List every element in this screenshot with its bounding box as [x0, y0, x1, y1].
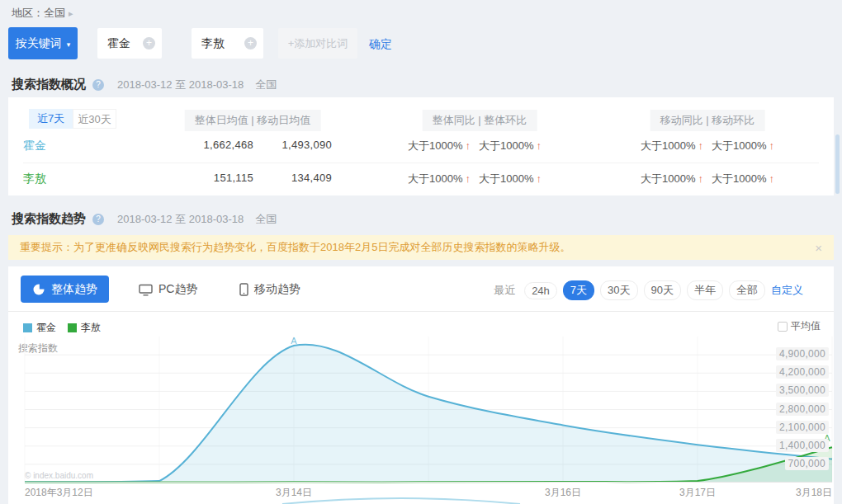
up-arrow-icon: ↑ — [466, 139, 471, 152]
watermark: © index.baidu.com — [25, 471, 93, 480]
chart-legend: 霍金 李敖 — [23, 321, 101, 335]
y-axis-tick: 4,200,000 — [776, 365, 829, 379]
x-axis-tick: 3月17日 — [679, 486, 716, 500]
range-30d[interactable]: 30天 — [600, 280, 637, 300]
mobile-daily-avg: 134,409 — [258, 172, 332, 184]
overall-daily-avg: 151,115 — [163, 172, 253, 184]
tab-label: PC趋势 — [158, 282, 197, 297]
range-all[interactable]: 全部 — [729, 280, 765, 300]
y-axis-tick: 700,000 — [785, 457, 829, 470]
mobile-phone-icon — [239, 283, 248, 296]
keyword-input-1[interactable]: 霍金 + — [97, 28, 162, 59]
keyword-mode-label: 按关键词 — [16, 36, 62, 49]
add-circle-icon[interactable]: + — [143, 37, 155, 49]
chevron-right-icon: ▸ — [69, 8, 73, 18]
trend-date-range: 2018-03-12 至 2018-03-18 — [117, 212, 244, 227]
keyword-mode-button[interactable]: 按关键词 ▾ — [8, 27, 78, 59]
up-arrow-icon: ↑ — [698, 139, 704, 152]
trend-section-header: 搜索指数趋势 ? 2018-03-12 至 2018-03-18 全国 — [12, 211, 277, 227]
x-axis-labels: 2018年3月12日3月14日3月16日3月17日3月18日 — [25, 486, 832, 497]
chevron-down-icon: ▾ — [67, 40, 71, 49]
overall-compare-cell: 大于1000%↑大于1000%↑ — [408, 172, 542, 186]
mobile-daily-avg: 1,493,090 — [258, 139, 332, 151]
range-custom[interactable]: 自定义 — [771, 281, 803, 299]
notice-banner: 重要提示：为了更准确反映网民搜索行为趋势变化，百度指数于2018年2月5日完成对… — [8, 235, 834, 260]
trend-title: 搜索指数趋势 — [12, 211, 86, 227]
y-axis-tick: 2,100,000 — [776, 421, 829, 434]
up-arrow-icon: ↑ — [769, 172, 774, 185]
tab-overall-trend[interactable]: 整体趋势 — [21, 276, 109, 303]
keyword-2-value: 李敖 — [201, 36, 225, 51]
tab-label: 整体趋势 — [51, 282, 97, 297]
overview-region: 全国 — [255, 78, 277, 92]
add-compare-button[interactable]: +添加对比词 — [278, 28, 357, 59]
column-header-daily-avg: 整体日均值 | 移动日均值 — [185, 110, 321, 131]
up-arrow-icon: ↑ — [536, 139, 542, 152]
up-arrow-icon: ↑ — [536, 172, 542, 185]
confirm-button[interactable]: 确定 — [369, 37, 392, 52]
overview-title: 搜索指数概况 — [12, 77, 86, 92]
up-arrow-icon: ↑ — [466, 172, 471, 185]
tab-mobile-trend[interactable]: 移动趋势 — [239, 282, 300, 297]
x-axis-tick: 2018年3月12日 — [25, 486, 93, 500]
y-axis-tick: 3,500,000 — [776, 384, 829, 397]
legend-item-hawking[interactable]: 霍金 — [23, 321, 56, 335]
checkbox-icon — [778, 322, 788, 332]
legend-item-liao[interactable]: 李敖 — [68, 321, 101, 335]
table-row: 霍金 1,662,468 1,493,090 大于1000%↑大于1000%↑ … — [8, 139, 834, 155]
region-label: 地区：全国 — [12, 7, 65, 19]
tab-label: 移动趋势 — [254, 282, 300, 297]
divider — [8, 311, 834, 312]
up-arrow-icon: ↑ — [698, 172, 704, 185]
keyword-1-value: 霍金 — [107, 36, 130, 51]
legend-label: 李敖 — [81, 321, 101, 335]
range-24h[interactable]: 24h — [524, 282, 557, 299]
x-axis-tick: 3月16日 — [545, 486, 581, 500]
legend-swatch — [68, 323, 77, 332]
mobile-compare-cell: 大于1000%↑大于1000%↑ — [641, 139, 774, 153]
y-axis-tick: 2,800,000 — [776, 403, 829, 416]
overall-compare-cell: 大于1000%↑大于1000%↑ — [408, 139, 542, 153]
x-axis-tick: 3月18日 — [796, 486, 832, 500]
legend-swatch — [23, 323, 32, 332]
notice-text: 重要提示：为了更准确反映网民搜索行为趋势变化，百度指数于2018年2月5日完成对… — [20, 240, 570, 255]
scrollbar-thumb[interactable] — [835, 134, 840, 194]
svg-text:A: A — [291, 336, 297, 346]
keyword-input-2[interactable]: 李敖 + — [192, 28, 263, 59]
tab-last-30-days[interactable]: 近30天 — [73, 109, 116, 129]
add-circle-icon[interactable]: + — [244, 37, 257, 49]
average-checkbox[interactable]: 平均值 — [778, 319, 821, 333]
help-icon[interactable]: ? — [92, 79, 104, 91]
overview-panel: 近7天 近30天 整体日均值 | 移动日均值 整体同比 | 整体环比 移动同比 … — [8, 97, 834, 195]
column-header-mobile-compare: 移动同比 | 移动环比 — [650, 110, 765, 131]
average-label: 平均值 — [791, 319, 821, 333]
range-7d[interactable]: 7天 — [563, 280, 594, 300]
range-90d[interactable]: 90天 — [644, 280, 681, 300]
close-icon[interactable]: × — [815, 241, 822, 255]
monitor-icon — [139, 284, 153, 296]
trend-chart-svg: AA — [25, 337, 832, 483]
time-range-selector: 最近 24h 7天 30天 90天 半年 全部 自定义 — [494, 280, 803, 300]
up-arrow-icon: ↑ — [769, 139, 774, 152]
column-header-overall-compare: 整体同比 | 整体环比 — [423, 110, 537, 131]
table-row: 李敖 151,115 134,409 大于1000%↑大于1000%↑ 大于10… — [8, 172, 834, 188]
pie-chart-icon — [32, 283, 45, 296]
help-icon[interactable]: ? — [92, 214, 104, 225]
tab-last-7-days[interactable]: 近7天 — [29, 109, 73, 129]
next-chart-peek-arc — [281, 497, 522, 504]
region-selector[interactable]: 地区：全国▸ — [12, 6, 73, 21]
tab-pc-trend[interactable]: PC趋势 — [139, 282, 197, 297]
overall-daily-avg: 1,662,468 — [163, 139, 253, 151]
keyword-link-hawking[interactable]: 霍金 — [23, 139, 46, 153]
y-axis-tick: 4,900,000 — [776, 347, 829, 360]
y-axis-tick: 1,400,000 — [776, 439, 829, 452]
mobile-compare-cell: 大于1000%↑大于1000%↑ — [641, 172, 774, 186]
row-divider — [23, 163, 819, 163]
range-prefix-label: 最近 — [494, 283, 515, 298]
keyword-link-liao[interactable]: 李敖 — [23, 172, 46, 186]
trend-chart: AA 700,0001,400,0002,100,0002,800,0003,5… — [25, 337, 832, 483]
trend-region: 全国 — [255, 212, 277, 227]
overview-section-header: 搜索指数概况 ? 2018-03-12 至 2018-03-18 全国 — [12, 77, 277, 92]
legend-label: 霍金 — [36, 321, 56, 335]
range-half-year[interactable]: 半年 — [687, 280, 723, 300]
